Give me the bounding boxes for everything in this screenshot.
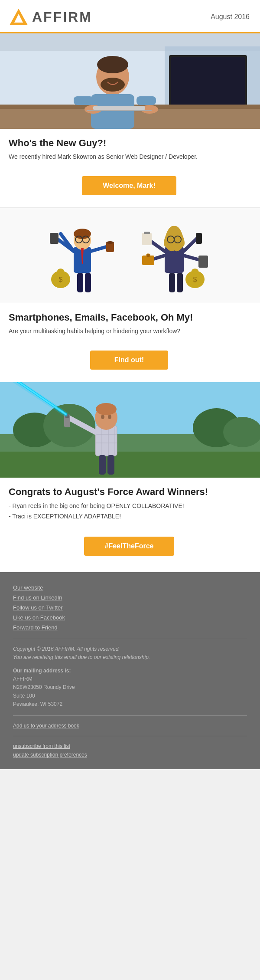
multitask-svg: $	[48, 212, 212, 299]
svg-text:$: $	[59, 276, 63, 283]
svg-rect-55	[77, 273, 83, 292]
svg-point-74	[96, 403, 117, 415]
svg-rect-66	[95, 426, 117, 456]
hero-image-1	[0, 33, 260, 129]
section-1-content: Who's the New Guy?! We recently hired Ma…	[0, 129, 260, 173]
svg-point-34	[106, 241, 114, 244]
section-1-title: Who's the New Guy?!	[9, 138, 250, 149]
svg-rect-84	[107, 455, 114, 475]
footer-divider-3	[13, 736, 247, 736]
section-1-cta-wrapper: Welcome, Mark!	[0, 173, 260, 207]
footer: Our website Find us on LinkedIn Follow u…	[0, 572, 260, 769]
section-3-cta-wrapper: #FeelTheForce	[0, 533, 260, 568]
svg-rect-54	[192, 269, 198, 274]
svg-point-75	[101, 415, 104, 419]
footer-divider	[13, 638, 247, 638]
multitask-illustration: $	[0, 208, 260, 303]
svg-rect-83	[99, 455, 106, 475]
svg-rect-15	[74, 96, 93, 105]
footer-link-forward[interactable]: Forward to Friend	[13, 624, 247, 631]
footer-unsubscribe-link[interactable]: unsubscribe from this list	[13, 743, 247, 749]
office-person-illustration	[0, 33, 260, 129]
section-3-bullet-1: - Ryan reels in the big one for being OP…	[9, 501, 250, 511]
svg-rect-58	[177, 273, 183, 292]
svg-rect-48	[198, 256, 208, 268]
section-3-title: Congrats to August's Force Award Winners…	[9, 486, 250, 498]
email-header: AFFIRM August 2016	[0, 0, 260, 33]
footer-divider-2	[13, 715, 247, 716]
svg-rect-33	[106, 243, 114, 252]
find-out-button[interactable]: Find out!	[90, 351, 168, 370]
svg-rect-56	[85, 273, 91, 292]
footer-address-book-link[interactable]: Add us to your address book	[13, 723, 247, 729]
svg-rect-43	[142, 233, 152, 245]
footer-link-facebook[interactable]: Like us on Facebook	[13, 614, 247, 621]
svg-rect-37	[57, 269, 64, 274]
footer-address-label: Our mailing address is:	[13, 668, 71, 674]
footer-link-twitter[interactable]: Follow us on Twitter	[13, 604, 247, 611]
svg-rect-20	[87, 110, 152, 111]
section-2-cta-wrapper: Find out!	[0, 347, 260, 382]
svg-text:$: $	[193, 276, 197, 283]
footer-address: Our mailing address is: AFFIRM N28W23050…	[13, 667, 247, 708]
feel-the-force-button[interactable]: #FeelTheForce	[84, 537, 175, 556]
svg-rect-30	[50, 233, 58, 244]
svg-rect-46	[196, 233, 202, 244]
svg-rect-19	[93, 106, 145, 110]
svg-point-76	[108, 415, 111, 419]
svg-rect-57	[169, 273, 175, 292]
svg-rect-44	[144, 232, 150, 234]
section-1-body: We recently hired Mark Skowron as Senior…	[9, 152, 250, 161]
svg-rect-16	[136, 96, 156, 105]
section-2-title: Smartphones, Emails, Facebook, Oh My!	[9, 312, 250, 323]
section-3-content: Congrats to August's Force Award Winners…	[0, 478, 260, 533]
svg-rect-38	[165, 247, 184, 273]
section-2-body: Are your multitasking habits helping or …	[9, 327, 250, 336]
welcome-mark-button[interactable]: Welcome, Mark!	[82, 176, 176, 195]
lightsaber-illustration	[0, 382, 260, 478]
svg-rect-51	[146, 254, 150, 257]
email-container: AFFIRM August 2016	[0, 0, 260, 769]
logo-text: AFFIRM	[32, 9, 92, 25]
header-date: August 2016	[211, 13, 250, 21]
svg-rect-6	[171, 57, 245, 105]
svg-point-12	[97, 56, 128, 73]
svg-rect-65	[0, 452, 260, 478]
affirm-logo-icon	[9, 8, 29, 26]
footer-copyright: Copyright © 2016 AFFIRM. All rights rese…	[13, 645, 247, 662]
footer-link-website[interactable]: Our website	[13, 584, 247, 591]
hero-image-3	[0, 382, 260, 478]
footer-preferences-link[interactable]: update subscription preferences	[13, 752, 247, 758]
footer-link-linkedin[interactable]: Find us on LinkedIn	[13, 594, 247, 601]
section-3-bullet-2: - Traci is EXCEPTIONALLY ADAPTABLE!	[9, 511, 250, 522]
section-2-content: Smartphones, Emails, Facebook, Oh My! Ar…	[0, 303, 260, 347]
logo-area: AFFIRM	[9, 8, 92, 26]
